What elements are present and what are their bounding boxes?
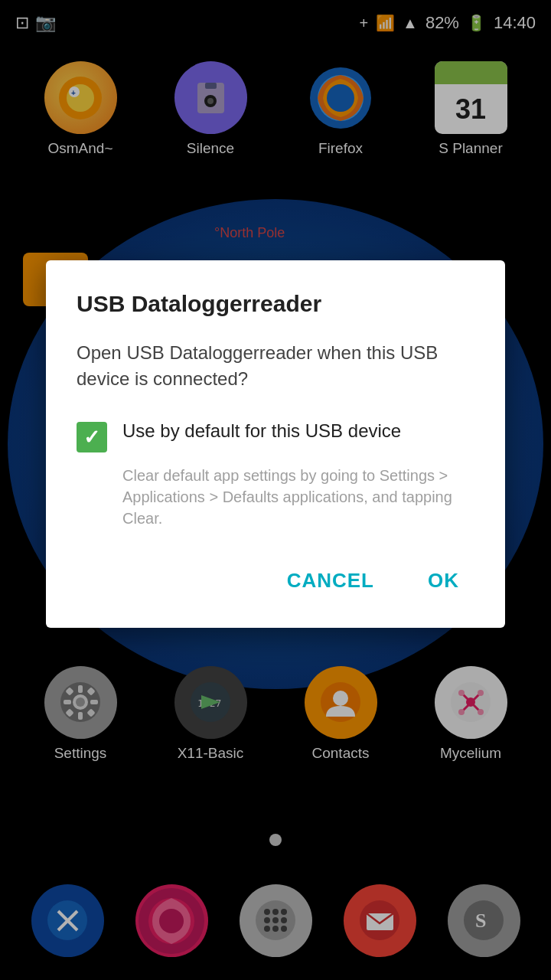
dialog-checkbox-row[interactable]: ✓ Use by default for this USB device — [77, 419, 474, 452]
dialog-message: Open USB Dataloggerreader when this USB … — [77, 340, 474, 391]
checkmark-icon: ✓ — [83, 426, 100, 449]
dialog: USB Dataloggerreader Open USB Datalogger… — [46, 260, 505, 628]
dialog-checkbox[interactable]: ✓ — [77, 422, 107, 452]
ok-button[interactable]: OK — [412, 557, 474, 605]
dialog-title: USB Dataloggerreader — [77, 291, 474, 317]
dialog-overlay: USB Dataloggerreader Open USB Datalogger… — [0, 0, 551, 980]
dialog-checkbox-label: Use by default for this USB device — [122, 419, 401, 443]
dialog-buttons: CANCEL OK — [77, 557, 474, 605]
dialog-hint: Clear default app settings by going to S… — [122, 465, 474, 529]
cancel-button[interactable]: CANCEL — [272, 557, 390, 605]
